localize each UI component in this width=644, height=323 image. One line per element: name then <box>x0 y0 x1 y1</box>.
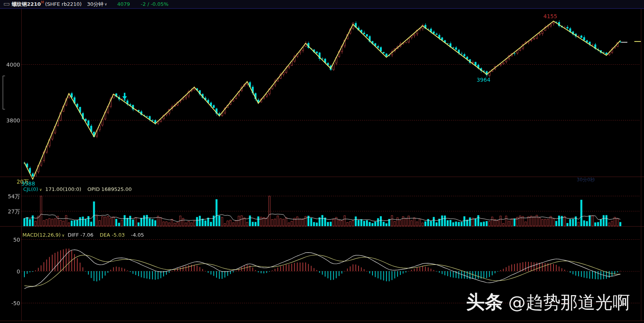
low-price-annotation: 3588 <box>21 180 35 187</box>
bar-countdown: 30分0秒 <box>577 177 595 183</box>
right-border <box>641 9 641 321</box>
last-price: 4079 <box>117 1 130 7</box>
macd-chevron-icon[interactable]: ∨ <box>62 233 65 237</box>
volume-value: 171.00(100:0) <box>45 186 81 192</box>
watermark-handle: @趋势那道光啊 <box>508 291 630 314</box>
volume-chevron-icon[interactable]: ∨ <box>39 187 42 192</box>
watermark-brand: 头条 <box>466 290 503 314</box>
watermark: 头条 @趋势那道光啊 <box>466 290 630 314</box>
trough-price-annotation: 3964 <box>477 77 490 83</box>
instrument-code: (SHFE rb2210) <box>45 1 82 7</box>
chart-canvas[interactable] <box>0 0 644 323</box>
bottom-border <box>0 321 644 321</box>
volume-tick-54: 54万 <box>0 193 20 199</box>
macd-diff-value: DIFF -7.06 <box>68 232 94 238</box>
volume-tick-27: 27万 <box>0 208 20 215</box>
header-divider <box>0 8 644 9</box>
macd-hist-value: -4.05 <box>131 232 144 238</box>
link-icon[interactable]: ⊏⊐ <box>3 2 9 7</box>
header-bar: ⊏⊐ 螺纹钢2210M (SHFE rb2210) 30分钟 ∨ 4079 -2… <box>0 0 644 8</box>
macd-dea-value: DEA -5.03 <box>100 232 125 238</box>
macd-tick-0: 0 <box>0 268 20 275</box>
macd-tick-neg50: -50 <box>0 300 20 306</box>
price-tick-3800: 3800 <box>0 117 20 124</box>
price-tick-4000: 4000 <box>0 62 20 68</box>
macd-indicator-name[interactable]: MACD(12,26,9) <box>22 232 61 238</box>
instrument-name: 螺纹钢2210M <box>12 0 45 8</box>
timeframe-selector[interactable]: 30分钟 <box>87 1 104 8</box>
open-interest-value: OPID 1689525.00 <box>87 186 132 192</box>
chevron-down-icon[interactable]: ∨ <box>104 2 107 6</box>
volume-indicator-row: CJL(0) ∨ 171.00(100:0) OPID 1689525.00 <box>23 186 132 192</box>
high-price-annotation: 4155 <box>543 13 557 19</box>
macd-indicator-row: MACD(12,26,9) ∨ DIFF -7.06 DEA -5.03 -4.… <box>22 232 144 238</box>
separator-main-volume[interactable] <box>0 177 644 177</box>
instrument-flag: M <box>41 0 44 4</box>
volume-indicator-name[interactable]: CJL(0) <box>23 186 38 192</box>
price-change: -2 / -0.05% <box>141 1 169 7</box>
macd-tick-50: 50 <box>0 237 20 243</box>
left-border <box>21 9 22 321</box>
trading-terminal: ⊏⊐ 螺纹钢2210M (SHFE rb2210) 30分钟 ∨ 4079 -2… <box>0 0 644 323</box>
separator-volume-macd[interactable] <box>0 226 644 227</box>
